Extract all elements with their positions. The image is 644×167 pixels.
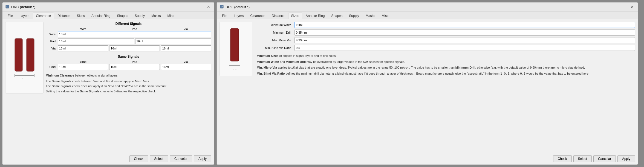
sizes-info-2: Minimum Width and Minimum Drill may be o… [257,60,635,65]
clearance-form: Different Signals Wire Pad Via Wire Pad [46,22,211,93]
wire-row-label: Wire [46,33,57,36]
pad-row: Pad [46,38,211,44]
min-drill-input[interactable] [294,30,635,36]
wire-row: Wire [46,31,211,37]
drc-icon: D [5,4,10,10]
different-signals-section: Different Signals Wire Pad Via Wire Pad [46,22,211,51]
different-signals-header: Different Signals [46,22,211,26]
col-headers-same: Smd Pad Via [46,60,211,63]
svg-text:←→: ←→ [232,68,237,71]
tab-clearance-1[interactable]: Clearance [33,13,54,19]
sizes-info-1: Minimum Sizes of objects in signal layer… [257,54,635,58]
titlebar-1: D DRC (default *) ✕ [2,2,214,11]
clearance-content: ←→ Different Signals Wire Pad Via Wire [2,19,214,153]
sizes-diagram: ←→ [220,22,252,76]
info-line-2: The Same Signals check between Smd and V… [46,79,211,84]
tab-layers-1[interactable]: Layers [16,13,32,19]
info-line-1: Minimum Clearance between objects in sig… [46,73,211,78]
clearance-info: Minimum Clearance between objects in sig… [46,73,211,93]
tab-annular-ring-2[interactable]: Annular Ring [303,13,328,19]
col-header-pad: Pad [109,27,160,31]
tab-misc-2[interactable]: Misc [379,13,392,19]
col-header-via: Via [160,27,211,31]
via-via-input[interactable] [161,45,211,51]
dialog-2-title-text: DRC (default *) [226,5,250,9]
tab-layers-2[interactable]: Layers [231,13,247,19]
smd-pad-input[interactable] [109,64,160,70]
svg-text:D: D [221,5,223,8]
tab-distance-1[interactable]: Distance [54,13,73,19]
smd-row: Smd [46,64,211,70]
clearance-layout: ←→ Different Signals Wire Pad Via Wire [5,22,211,93]
svg-rect-2 [15,39,22,71]
dialog-title-1: D DRC (default *) [5,4,35,10]
tabs-2: File Layers Clearance Distance Sizes Ann… [217,11,638,19]
min-micro-via-input[interactable] [294,37,635,43]
tabs-1: File Layers Clearance Distance Sizes Ann… [2,11,214,19]
select-button-1[interactable]: Select [150,155,168,162]
tab-supply-2[interactable]: Supply [346,13,362,19]
select-button-2[interactable]: Select [573,155,592,162]
svg-text:D: D [7,5,8,8]
min-width-row: Minimum Width [257,22,635,28]
col-header-wire: Wire [58,27,109,31]
tab-masks-1[interactable]: Masks [148,13,164,19]
check-button-1[interactable]: Check [129,155,148,162]
apply-button-2[interactable]: Apply [617,155,635,162]
svg-rect-10 [230,28,239,61]
col-headers-diff: Wire Pad Via [46,27,211,31]
wire-wire-input[interactable] [58,31,211,37]
pad-row-label: Pad [46,40,57,43]
info-line-4: Setting the values for the Same Signals … [46,89,211,94]
sizes-info-4: Min. Blind Via Ratio defines the minimum… [257,71,635,76]
via-row: Via [46,45,211,51]
tab-shapes-2[interactable]: Shapes [328,13,345,19]
tab-shapes-1[interactable]: Shapes [114,13,131,19]
close-button-1[interactable]: ✕ [206,4,211,10]
min-width-label: Minimum Width [257,23,292,27]
dialog-1-footer: Check Select Cancelar Apply [2,153,214,165]
via-row-label: Via [46,47,57,50]
col-header-via-same: Via [160,60,211,63]
tab-misc-1[interactable]: Misc [164,13,177,19]
same-signals-section: Same Signals Smd Pad Via Smd [46,55,211,70]
min-drill-row: Minimum Drill [257,30,635,36]
tab-annular-ring-1[interactable]: Annular Ring [88,13,113,19]
min-drill-label: Minimum Drill [257,31,292,34]
apply-button-1[interactable]: Apply [194,155,211,162]
tab-file-2[interactable]: File [219,13,230,19]
min-micro-via-row: Min. Micro Via [257,37,635,43]
min-blind-via-ratio-label: Min. Blind Via Ratio [257,46,292,49]
pad-pad-input[interactable] [135,38,212,44]
dialog-1-title-text: DRC (default *) [11,5,35,9]
min-width-input[interactable] [294,22,635,28]
cancel-button-2[interactable]: Cancelar [593,155,616,162]
cancel-button-1[interactable]: Cancelar [170,155,192,162]
smd-row-label: Smd [46,65,57,69]
sizes-form: Minimum Width Minimum Drill Min. Micro V… [257,22,635,76]
tab-file-1[interactable]: File [5,13,16,19]
via-wire-input[interactable] [58,45,108,51]
drc-icon-2: D [220,4,224,10]
pad-wire-input[interactable] [58,38,134,44]
tab-distance-2[interactable]: Distance [269,13,288,19]
dialog-1: D DRC (default *) ✕ File Layers Clearanc… [2,2,214,165]
svg-rect-3 [27,39,34,71]
dialog-2: D DRC (default *) ✕ File Layers Clearanc… [216,2,638,165]
check-button-2[interactable]: Check [553,155,572,162]
via-pad-input[interactable] [109,45,160,51]
tab-masks-2[interactable]: Masks [363,13,378,19]
tab-sizes-1[interactable]: Sizes [74,13,88,19]
close-button-2[interactable]: ✕ [629,4,635,10]
info-line-3: The Same Signals check does not apply if… [46,84,211,89]
min-blind-via-ratio-row: Min. Blind Via Ratio [257,45,635,51]
min-blind-via-ratio-input[interactable] [294,45,635,51]
clearance-diagram: ←→ [5,22,44,93]
tab-clearance-2[interactable]: Clearance [247,13,268,19]
dialog-2-footer: Check Select Cancelar Apply [217,153,638,165]
tab-sizes-2[interactable]: Sizes [288,13,302,19]
smd-via-input[interactable] [161,64,211,70]
svg-text:←→: ←→ [22,77,27,80]
smd-smd-input[interactable] [58,64,108,70]
tab-supply-1[interactable]: Supply [132,13,148,19]
